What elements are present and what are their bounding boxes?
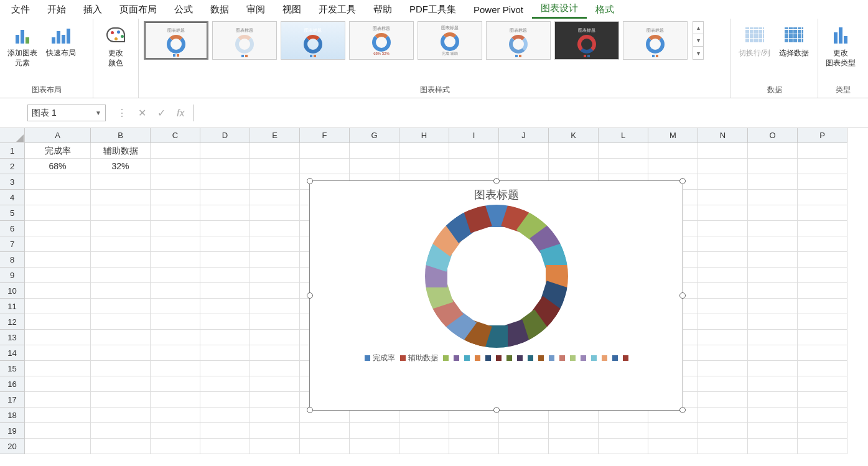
cell-P2[interactable] xyxy=(798,159,847,174)
cell-P7[interactable] xyxy=(798,236,847,252)
cell-D18[interactable] xyxy=(200,408,250,423)
col-header-H[interactable]: H xyxy=(399,128,449,143)
cell-O10[interactable] xyxy=(748,283,798,299)
cell-O17[interactable] xyxy=(748,392,798,408)
cell-P6[interactable] xyxy=(798,221,847,236)
row-header-20[interactable]: 20 xyxy=(0,439,25,454)
cell-B15[interactable] xyxy=(91,361,151,376)
legend-item[interactable] xyxy=(602,353,607,363)
menu-item-10[interactable]: PDF工具集 xyxy=(401,1,465,18)
cell-P5[interactable] xyxy=(798,205,847,221)
cell-D6[interactable] xyxy=(200,221,250,236)
cell-C14[interactable] xyxy=(151,345,200,361)
chart-style-7[interactable]: 图表标题 xyxy=(554,21,619,60)
cell-C4[interactable] xyxy=(151,190,200,205)
cell-E19[interactable] xyxy=(250,423,300,439)
menu-item-3[interactable]: 页面布局 xyxy=(111,1,166,18)
chart-legend[interactable]: 完成率辅助数据 xyxy=(310,348,683,368)
cell-C11[interactable] xyxy=(151,299,200,314)
cell-E9[interactable] xyxy=(250,268,300,283)
cell-N2[interactable] xyxy=(698,159,748,174)
cell-D9[interactable] xyxy=(200,268,250,283)
legend-item[interactable] xyxy=(464,353,470,363)
cell-E8[interactable] xyxy=(250,252,300,268)
cell-C7[interactable] xyxy=(151,236,200,252)
cell-O2[interactable] xyxy=(748,159,798,174)
legend-item[interactable] xyxy=(612,353,618,363)
row-header-11[interactable]: 11 xyxy=(0,299,25,314)
legend-item[interactable] xyxy=(570,353,576,363)
cell-D20[interactable] xyxy=(200,439,250,454)
cell-A5[interactable] xyxy=(25,205,91,221)
cell-N20[interactable] xyxy=(698,439,748,454)
cell-N19[interactable] xyxy=(698,423,748,439)
cell-N6[interactable] xyxy=(698,221,748,236)
cell-C16[interactable] xyxy=(151,376,200,392)
cell-O19[interactable] xyxy=(748,423,798,439)
cell-A6[interactable] xyxy=(25,221,91,236)
cell-O13[interactable] xyxy=(748,330,798,345)
legend-item[interactable] xyxy=(454,353,459,363)
cell-O11[interactable] xyxy=(748,299,798,314)
col-header-F[interactable]: F xyxy=(300,128,350,143)
cell-E18[interactable] xyxy=(250,408,300,423)
row-header-14[interactable]: 14 xyxy=(0,345,25,361)
cell-D4[interactable] xyxy=(200,190,250,205)
name-box-dropdown-icon[interactable]: ▼ xyxy=(95,110,101,116)
cell-E16[interactable] xyxy=(250,376,300,392)
legend-item[interactable]: 完成率 xyxy=(365,353,395,363)
row-header-2[interactable]: 2 xyxy=(0,159,25,174)
cell-C19[interactable] xyxy=(151,423,200,439)
cell-M20[interactable] xyxy=(648,439,698,454)
cell-E17[interactable] xyxy=(250,392,300,408)
chart-style-2[interactable]: 图表标题 xyxy=(212,21,277,60)
cell-B13[interactable] xyxy=(91,330,151,345)
cell-D10[interactable] xyxy=(200,283,250,299)
row-header-8[interactable]: 8 xyxy=(0,252,25,268)
row-header-10[interactable]: 10 xyxy=(0,283,25,299)
cell-I19[interactable] xyxy=(449,423,499,439)
change-colors-button[interactable]: 更改 颜色 xyxy=(98,21,133,70)
chart-plot-area[interactable] xyxy=(310,205,683,348)
chart-style-8[interactable]: 图表标题 xyxy=(623,21,688,60)
resize-handle-n[interactable] xyxy=(493,178,500,184)
cell-B12[interactable] xyxy=(91,314,151,330)
cell-O3[interactable] xyxy=(748,174,798,190)
cell-B1[interactable]: 辅助数据 xyxy=(91,143,151,159)
cell-N14[interactable] xyxy=(698,345,748,361)
cell-G19[interactable] xyxy=(350,423,399,439)
cell-N4[interactable] xyxy=(698,190,748,205)
cell-O1[interactable] xyxy=(748,143,798,159)
cell-I20[interactable] xyxy=(449,439,499,454)
menu-item-7[interactable]: 视图 xyxy=(274,1,310,18)
cell-K2[interactable] xyxy=(549,159,599,174)
menu-item-9[interactable]: 帮助 xyxy=(365,1,401,18)
cell-D8[interactable] xyxy=(200,252,250,268)
cell-O18[interactable] xyxy=(748,408,798,423)
menu-item-2[interactable]: 插入 xyxy=(75,1,111,18)
cell-N12[interactable] xyxy=(698,314,748,330)
cell-J19[interactable] xyxy=(499,423,549,439)
cell-N18[interactable] xyxy=(698,408,748,423)
row-header-3[interactable]: 3 xyxy=(0,174,25,190)
cell-C6[interactable] xyxy=(151,221,200,236)
cell-B20[interactable] xyxy=(91,439,151,454)
cell-G20[interactable] xyxy=(350,439,399,454)
cell-C17[interactable] xyxy=(151,392,200,408)
legend-item[interactable]: 辅助数据 xyxy=(400,353,438,363)
cell-N8[interactable] xyxy=(698,252,748,268)
cell-M19[interactable] xyxy=(648,423,698,439)
cell-D13[interactable] xyxy=(200,330,250,345)
resize-handle-e[interactable] xyxy=(679,292,686,299)
cell-B16[interactable] xyxy=(91,376,151,392)
cell-E14[interactable] xyxy=(250,345,300,361)
cell-D16[interactable] xyxy=(200,376,250,392)
doughnut-chart[interactable] xyxy=(425,205,568,348)
cell-D15[interactable] xyxy=(200,361,250,376)
cell-E1[interactable] xyxy=(250,143,300,159)
row-header-15[interactable]: 15 xyxy=(0,361,25,376)
cell-A12[interactable] xyxy=(25,314,91,330)
col-header-G[interactable]: G xyxy=(350,128,399,143)
gallery-scroll-down[interactable]: ▾ xyxy=(693,34,703,47)
cell-E7[interactable] xyxy=(250,236,300,252)
